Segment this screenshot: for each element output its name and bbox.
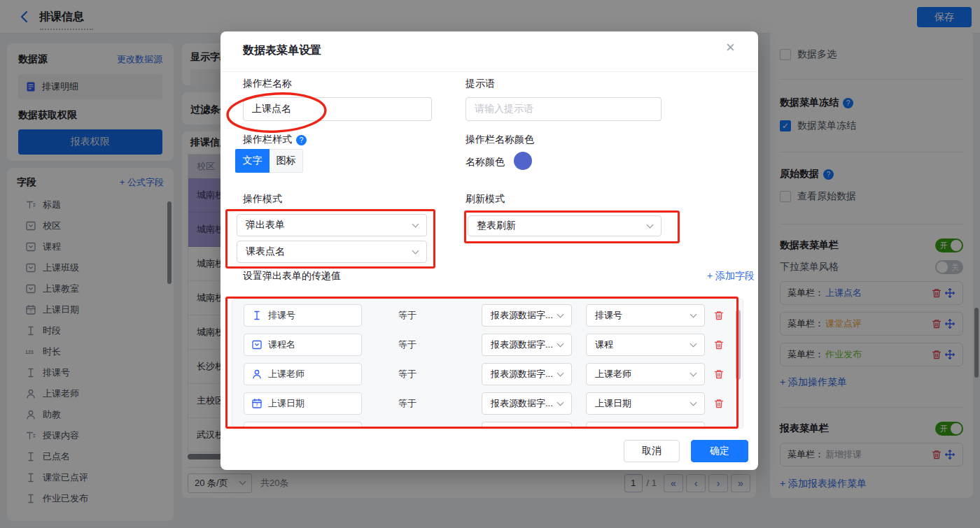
transfer-row: 上课老师 等于 报表源数据字... 上课老师 [244, 363, 743, 385]
transfer-field-name: 排课号 [268, 309, 295, 322]
chevron-down-icon [557, 399, 564, 406]
transfer-field-input[interactable] [244, 422, 362, 429]
action-name-label: 操作栏名称 [243, 78, 292, 90]
dialog-header-divider [220, 71, 758, 72]
transfer-field-input[interactable]: 课程名 [244, 334, 362, 356]
transfer-values-list: 排课号 等于 报表源数据字... 排课号 课程名 等于 报表源数据字... 课程… [232, 299, 743, 429]
text-field-icon [251, 310, 262, 321]
help-icon[interactable]: ? [296, 135, 307, 145]
add-field-link[interactable]: + 添加字段 [707, 270, 755, 283]
transfer-field-input[interactable]: 上课老师 [244, 363, 362, 385]
transfer-field-name: 上课老师 [268, 368, 304, 380]
calendar-field-icon: 7 [251, 398, 262, 409]
tip-label: 提示语 [465, 78, 495, 90]
person-field-icon [251, 369, 262, 380]
chevron-down-icon [557, 428, 564, 429]
chevron-down-icon [412, 220, 419, 227]
chevron-down-icon [690, 428, 697, 429]
svg-text:7: 7 [255, 403, 258, 407]
source-type-select[interactable] [482, 422, 572, 429]
list-scrollbar[interactable] [736, 310, 741, 380]
equals-label: 等于 [398, 397, 419, 410]
table-menu-settings-dialog: 数据表菜单设置 × 操作栏名称 上课点名 提示语 请输入提示语 操作栏样式? 文… [220, 31, 758, 470]
dialog-title: 数据表菜单设置 [243, 43, 321, 58]
refresh-mode-select[interactable]: 整表刷新 [468, 215, 662, 236]
style-icon-button[interactable]: 图标 [270, 149, 303, 173]
delete-icon[interactable] [713, 369, 724, 380]
chevron-down-icon [557, 311, 564, 317]
chevron-down-icon [690, 399, 697, 406]
op-form-select[interactable]: 课表点名 [237, 241, 427, 263]
action-style-label: 操作栏样式? [243, 134, 307, 146]
delete-icon[interactable] [713, 339, 724, 350]
chevron-down-icon [647, 221, 654, 228]
transfer-row: 课程名 等于 报表源数据字... 课程 [244, 334, 743, 356]
transfer-field-name: 上课日期 [268, 397, 304, 410]
source-type-select[interactable]: 报表源数据字... [482, 304, 572, 327]
delete-icon[interactable] [713, 398, 724, 409]
cancel-button[interactable]: 取消 [624, 440, 680, 462]
source-type-select[interactable]: 报表源数据字... [482, 363, 572, 385]
refresh-mode-label: 刷新模式 [465, 193, 505, 206]
color-name-label: 名称颜色 [465, 156, 505, 169]
action-name-input[interactable]: 上课点名 [243, 97, 432, 121]
select-field-icon [251, 339, 262, 350]
equals-label: 等于 [398, 338, 419, 351]
close-icon[interactable]: × [726, 40, 735, 55]
source-type-select[interactable]: 报表源数据字... [482, 334, 572, 356]
transfer-field-name: 课程名 [268, 338, 295, 351]
delete-icon[interactable] [713, 427, 724, 429]
transfer-row: 7 上课日期 等于 报表源数据字... 上课日期 [244, 392, 743, 415]
color-swatch[interactable] [514, 152, 532, 170]
transfer-field-input[interactable]: 排课号 [244, 304, 362, 327]
chevron-down-icon [557, 340, 564, 347]
op-mode-select[interactable]: 弹出表单 [237, 214, 427, 236]
equals-label: 等于 [398, 368, 419, 380]
source-type-select[interactable]: 报表源数据字... [482, 392, 572, 415]
transfer-row [244, 422, 743, 429]
style-segmented-control: 文字 图标 [235, 149, 303, 173]
chevron-down-icon [557, 369, 564, 376]
op-mode-label: 操作模式 [243, 193, 282, 206]
tip-input[interactable]: 请输入提示语 [465, 97, 662, 121]
chevron-down-icon [690, 340, 697, 347]
chevron-down-icon [690, 369, 697, 376]
transfer-values-label: 设置弹出表单的传递值 [243, 270, 341, 283]
style-text-button[interactable]: 文字 [235, 149, 270, 173]
source-field-select[interactable]: 课程 [586, 334, 705, 356]
source-field-select[interactable]: 上课日期 [586, 392, 705, 415]
chevron-down-icon [690, 311, 697, 317]
equals-label: 等于 [398, 309, 419, 322]
name-color-label: 操作栏名称颜色 [465, 134, 534, 146]
delete-icon[interactable] [713, 310, 724, 321]
source-field-select[interactable]: 排课号 [586, 304, 705, 327]
transfer-row: 排课号 等于 报表源数据字... 排课号 [244, 304, 743, 327]
source-field-select[interactable]: 上课老师 [586, 363, 705, 385]
ok-button[interactable]: 确定 [691, 440, 748, 462]
transfer-field-input[interactable]: 7 上课日期 [244, 392, 362, 415]
source-field-select[interactable] [586, 422, 705, 429]
chevron-down-icon [412, 247, 419, 254]
